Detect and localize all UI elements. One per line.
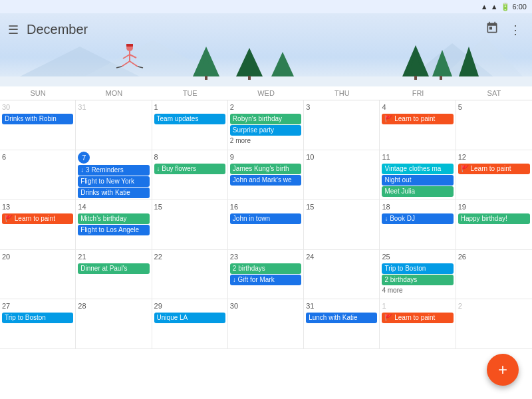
- date-number: 10: [306, 152, 377, 162]
- cal-cell-week1-day4[interactable]: 10: [304, 150, 380, 200]
- svg-rect-14: [414, 76, 417, 80]
- event-item[interactable]: 🚩 Learn to paint: [382, 114, 453, 124]
- event-item[interactable]: 2 birthdays: [230, 263, 301, 274]
- event-item[interactable]: ↓ Gift for Mark: [230, 275, 301, 285]
- cal-cell-week3-day0[interactable]: 20: [0, 250, 76, 300]
- day-header-sat: Sat: [456, 86, 532, 100]
- cal-cell-week2-day3[interactable]: 16John in town: [228, 200, 304, 250]
- cal-cell-week3-day4[interactable]: 24: [304, 250, 380, 300]
- cal-cell-week4-day0[interactable]: 27Trip to Boston: [0, 299, 76, 349]
- status-bar: ▲ ▲ 🔋 6:00: [0, 0, 532, 13]
- event-item[interactable]: Mitch's birthday: [78, 213, 149, 224]
- cal-cell-week2-day6[interactable]: 19Happy birthday!: [456, 200, 532, 250]
- event-item[interactable]: ↓ Buy flowers: [154, 164, 225, 174]
- date-number: 8: [154, 152, 225, 162]
- event-item[interactable]: 🚩 Learn to paint: [2, 213, 73, 224]
- date-number: 30: [2, 102, 73, 112]
- cal-cell-week1-day1[interactable]: 7↓ 3 RemindersFlight to New YorkDrinks w…: [76, 150, 152, 200]
- event-item[interactable]: Flight to New York: [78, 176, 149, 187]
- cal-cell-week2-day5[interactable]: 18↓ Book DJ: [380, 200, 456, 250]
- more-events-link[interactable]: 4 more: [382, 286, 453, 295]
- time-display: 6:00: [513, 3, 527, 11]
- event-item[interactable]: Lunch with Katie: [306, 313, 377, 323]
- day-header-sun: Sun: [0, 86, 76, 100]
- event-item[interactable]: Meet Julia: [382, 186, 453, 197]
- event-item[interactable]: James Kung's birth: [230, 164, 301, 174]
- cal-cell-week3-day6[interactable]: 26: [456, 250, 532, 300]
- event-item[interactable]: Drinks with Katie: [78, 188, 149, 198]
- cal-cell-week2-day0[interactable]: 13🚩 Learn to paint: [0, 200, 76, 250]
- event-item[interactable]: John in town: [230, 213, 301, 224]
- event-item[interactable]: Happy birthday!: [458, 213, 530, 224]
- date-number: 12: [458, 152, 530, 162]
- date-number: 27: [2, 301, 73, 311]
- date-number: 26: [458, 251, 530, 262]
- event-item[interactable]: 🚩 Learn to paint: [382, 313, 453, 323]
- cal-cell-week2-day4[interactable]: 15: [304, 200, 380, 250]
- event-item[interactable]: Trip to Boston: [2, 313, 73, 323]
- event-item[interactable]: Night out: [382, 175, 453, 186]
- event-item[interactable]: 2 birthdays: [382, 275, 453, 285]
- svg-rect-7: [205, 76, 207, 80]
- event-item[interactable]: ↓ Book DJ: [382, 213, 453, 224]
- event-item[interactable]: Robyn's birthday: [230, 114, 301, 124]
- cal-cell-week1-day6[interactable]: 12🚩 Learn to paint: [456, 150, 532, 200]
- cal-cell-week0-day5[interactable]: 4🚩 Learn to paint: [380, 100, 456, 150]
- cal-cell-week4-day4[interactable]: 31Lunch with Katie: [304, 299, 380, 349]
- date-number: 18: [382, 201, 453, 212]
- date-number: 15: [154, 201, 225, 212]
- cal-cell-week2-day2[interactable]: 15: [152, 200, 228, 250]
- cal-cell-week3-day2[interactable]: 22: [152, 250, 228, 300]
- cal-cell-week3-day5[interactable]: 25Trip to Boston2 birthdays4 more: [380, 250, 456, 300]
- calendar-icon-button[interactable]: [483, 19, 501, 41]
- event-item[interactable]: Vintage clothes ma: [382, 164, 453, 174]
- header-toolbar: ☰ December ⋮: [0, 13, 532, 46]
- day-header-thu: Thu: [304, 86, 380, 100]
- cal-cell-week4-day6[interactable]: 2: [456, 299, 532, 349]
- event-item[interactable]: Dinner at Paul's: [78, 263, 149, 274]
- cal-cell-week0-day3[interactable]: 2Robyn's birthdaySurprise party2 more: [228, 100, 304, 150]
- cal-cell-week4-day5[interactable]: 1🚩 Learn to paint: [380, 299, 456, 349]
- date-number: 5: [458, 102, 530, 112]
- date-number: 31: [306, 301, 377, 311]
- cal-cell-week4-day2[interactable]: 29Unique LA: [152, 299, 228, 349]
- cal-cell-week1-day2[interactable]: 8↓ Buy flowers: [152, 150, 228, 200]
- cal-cell-week2-day1[interactable]: 14Mitch's birthdayFlight to Los Angele: [76, 200, 152, 250]
- event-item[interactable]: Trip to Boston: [382, 263, 453, 274]
- event-item[interactable]: ↓ 3 Reminders: [78, 165, 149, 176]
- date-number: 2: [458, 301, 530, 311]
- cal-cell-week0-day1[interactable]: 31: [76, 100, 152, 150]
- fab-button[interactable]: +: [487, 354, 519, 386]
- event-item[interactable]: Flight to Los Angele: [78, 225, 149, 235]
- date-number: 16: [230, 201, 301, 212]
- date-number: 11: [382, 152, 453, 162]
- event-item[interactable]: Drinks with Robin: [2, 114, 73, 124]
- cal-cell-week1-day3[interactable]: 9James Kung's birthJohn and Mark's we: [228, 150, 304, 200]
- cal-cell-week4-day1[interactable]: 28: [76, 299, 152, 349]
- event-item[interactable]: Unique LA: [154, 313, 225, 323]
- date-number: 29: [154, 301, 225, 311]
- cal-cell-week1-day0[interactable]: 6: [0, 150, 76, 200]
- event-item[interactable]: Team updates: [154, 114, 225, 124]
- cal-cell-week3-day3[interactable]: 232 birthdays↓ Gift for Mark: [228, 250, 304, 300]
- event-item[interactable]: Surprise party: [230, 125, 301, 136]
- cal-cell-week0-day0[interactable]: 30Drinks with Robin: [0, 100, 76, 150]
- header-actions: ⋮: [483, 19, 524, 41]
- date-number: 31: [78, 102, 149, 112]
- date-number: 20: [2, 251, 73, 262]
- menu-button[interactable]: ☰: [8, 23, 19, 37]
- cal-cell-week0-day2[interactable]: 1Team updates: [152, 100, 228, 150]
- date-number: 7: [78, 152, 90, 164]
- date-number: 28: [78, 301, 149, 311]
- more-events-link[interactable]: 2 more: [230, 136, 301, 145]
- cal-cell-week3-day1[interactable]: 21Dinner at Paul's: [76, 250, 152, 300]
- date-number: 1: [382, 301, 453, 311]
- cal-cell-week0-day4[interactable]: 3: [304, 100, 380, 150]
- cal-cell-week0-day6[interactable]: 5: [456, 100, 532, 150]
- date-number: 13: [2, 201, 73, 212]
- cal-cell-week1-day5[interactable]: 11Vintage clothes maNight outMeet Julia: [380, 150, 456, 200]
- event-item[interactable]: 🚩 Learn to paint: [458, 164, 530, 174]
- more-options-button[interactable]: ⋮: [507, 20, 524, 40]
- event-item[interactable]: John and Mark's we: [230, 175, 301, 186]
- cal-cell-week4-day3[interactable]: 30: [228, 299, 304, 349]
